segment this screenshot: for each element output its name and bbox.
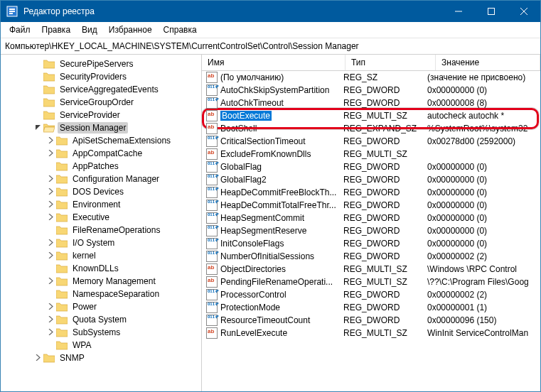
menu-view[interactable]: Вид xyxy=(76,23,103,36)
tree-item[interactable]: WPA xyxy=(4,339,201,352)
col-header-name[interactable]: Имя xyxy=(202,55,346,70)
tree-item[interactable]: Configuration Manager xyxy=(4,173,201,185)
chevron-right-icon[interactable] xyxy=(46,251,55,261)
chevron-down-icon[interactable] xyxy=(33,123,42,133)
chevron-right-icon[interactable] xyxy=(33,353,42,363)
menu-edit[interactable]: Правка xyxy=(36,23,77,36)
address-bar[interactable]: Компьютер\HKEY_LOCAL_MACHINE\SYSTEM\Curr… xyxy=(1,38,540,55)
menu-help[interactable]: Справка xyxy=(158,23,203,36)
list-row[interactable]: HeapDeCommitTotalFreeThr...REG_DWORD0x00… xyxy=(202,199,540,212)
close-button[interactable] xyxy=(508,1,540,22)
col-header-type[interactable]: Тип xyxy=(346,55,436,70)
tree-item[interactable]: ServiceAggregatedEvents xyxy=(4,83,201,96)
chevron-right-icon[interactable] xyxy=(46,148,55,158)
chevron-right-icon[interactable] xyxy=(46,315,55,325)
tree-item[interactable]: NamespaceSeparation xyxy=(4,288,201,300)
tree-item[interactable]: DOS Devices xyxy=(4,185,201,198)
value-type: REG_MULTI_SZ xyxy=(338,328,422,338)
tree-item[interactable]: SubSystems xyxy=(4,326,201,339)
value-name: RunLevelExecute xyxy=(220,328,287,338)
svg-rect-2 xyxy=(9,11,15,12)
tree-item[interactable]: kernel xyxy=(4,249,201,262)
tree-item-label: KnownDLLs xyxy=(70,263,121,274)
svg-rect-3 xyxy=(9,13,13,14)
chevron-right-icon[interactable] xyxy=(46,238,55,248)
list-row[interactable]: InitConsoleFlagsREG_DWORD0x00000000 (0) xyxy=(202,237,540,250)
tree-item[interactable]: Power xyxy=(4,300,201,313)
tree-item[interactable]: Memory Management xyxy=(4,275,201,288)
list-row[interactable]: AutoChkSkipSystemPartitionREG_DWORD0x000… xyxy=(202,84,540,97)
list-row[interactable]: PendingFileRenameOperati...REG_MULTI_SZ\… xyxy=(202,276,540,288)
list-row[interactable]: ResourceTimeoutCountREG_DWORD0x00000096 … xyxy=(202,314,540,327)
chevron-right-icon[interactable] xyxy=(46,200,55,209)
value-data: \Windows \RPC Control xyxy=(422,264,540,274)
maximize-button[interactable] xyxy=(475,1,508,22)
chevron-right-icon[interactable] xyxy=(46,212,55,222)
tree-item[interactable]: Session Manager xyxy=(4,121,201,134)
chevron-right-icon[interactable] xyxy=(46,327,55,337)
folder-icon xyxy=(43,59,55,69)
tree-item-label: ServiceProvider xyxy=(58,109,122,121)
value-data: 0x00000002 (2) xyxy=(422,290,540,300)
tree-item[interactable]: Executive xyxy=(4,211,201,224)
list-row[interactable]: GlobalFlagREG_DWORD0x00000000 (0) xyxy=(202,160,540,173)
list-row[interactable]: GlobalFlag2REG_DWORD0x00000000 (0) xyxy=(202,173,540,186)
tree-pane[interactable]: SecurePipeServersSecurityProvidersServic… xyxy=(1,55,202,391)
tree-item[interactable]: SecurePipeServers xyxy=(4,58,201,70)
tree-item-label: AppPatches xyxy=(70,160,121,172)
titlebar[interactable]: Редактор реестра xyxy=(1,1,540,22)
list-row[interactable]: (По умолчанию)REG_SZ(значение не присвое… xyxy=(202,71,540,84)
list-row[interactable]: ProcessorControlREG_DWORD0x00000002 (2) xyxy=(202,288,540,301)
list-row[interactable]: ExcludeFromKnownDllsREG_MULTI_SZ xyxy=(202,148,540,160)
menu-file[interactable]: Файл xyxy=(4,23,36,36)
tree-item[interactable]: FileRenameOperations xyxy=(4,224,201,236)
tree-item[interactable]: AppCompatCache xyxy=(4,147,201,160)
tree-item[interactable]: ServiceProvider xyxy=(4,109,201,121)
tree-item[interactable]: Environment xyxy=(4,198,201,211)
value-type: REG_MULTI_SZ xyxy=(338,264,422,274)
chevron-right-icon[interactable] xyxy=(46,276,55,286)
tree-item[interactable]: SNMP xyxy=(4,352,201,364)
chevron-right-icon[interactable] xyxy=(46,187,55,197)
list-header[interactable]: Имя Тип Значение xyxy=(202,55,540,71)
tree-item-label: DOS Devices xyxy=(70,186,126,197)
tree-item[interactable]: ServiceGroupOrder xyxy=(4,96,201,109)
list-row[interactable]: BootShellREG_EXPAND_SZ%SystemRoot%\syste… xyxy=(202,122,540,135)
tree-item[interactable]: SecurityProviders xyxy=(4,70,201,83)
value-data: 0x00000096 (150) xyxy=(422,315,540,325)
list-row[interactable]: NumberOfInitialSessionsREG_DWORD0x000000… xyxy=(202,250,540,263)
list-row[interactable]: AutoChkTimeoutREG_DWORD0x00000008 (8) xyxy=(202,97,540,109)
reg-binary-icon xyxy=(206,212,218,224)
list-row[interactable]: ProtectionModeREG_DWORD0x00000001 (1) xyxy=(202,301,540,314)
col-header-value[interactable]: Значение xyxy=(436,55,540,70)
value-type: REG_DWORD xyxy=(338,303,422,312)
value-name: InitConsoleFlags xyxy=(220,239,284,249)
chevron-right-icon[interactable] xyxy=(46,174,55,184)
value-name: NumberOfInitialSessions xyxy=(220,251,314,261)
chevron-right-icon[interactable] xyxy=(46,302,55,312)
list-row[interactable]: HeapDeCommitFreeBlockTh...REG_DWORD0x000… xyxy=(202,186,540,199)
list-row[interactable]: BootExecuteREG_MULTI_SZautocheck autochk… xyxy=(202,109,540,122)
list-row[interactable]: ObjectDirectoriesREG_MULTI_SZ\Windows \R… xyxy=(202,263,540,276)
folder-icon xyxy=(56,289,68,299)
tree-item-label: Configuration Manager xyxy=(70,173,161,185)
chevron-right-icon[interactable] xyxy=(46,136,55,146)
tree-item[interactable]: KnownDLLs xyxy=(4,262,201,275)
value-name: PendingFileRenameOperati... xyxy=(220,277,333,287)
menu-favorites[interactable]: Избранное xyxy=(103,23,158,36)
tree-item[interactable]: ApiSetSchemaExtensions xyxy=(4,134,201,147)
list-row[interactable]: HeapSegmentReserveREG_DWORD0x00000000 (0… xyxy=(202,224,540,237)
list-row[interactable]: HeapSegmentCommitREG_DWORD0x00000000 (0) xyxy=(202,212,540,224)
value-name: AutoChkTimeout xyxy=(220,98,284,108)
tree-item[interactable]: Quota System xyxy=(4,313,201,326)
tree-item[interactable]: I/O System xyxy=(4,236,201,249)
value-name: HeapDeCommitTotalFreeThr... xyxy=(220,200,336,210)
minimize-button[interactable] xyxy=(442,1,475,22)
tree-item-label: Executive xyxy=(70,212,112,223)
folder-icon xyxy=(56,340,68,350)
value-data: 0x00000000 (0) xyxy=(422,175,540,185)
list-row[interactable]: RunLevelExecuteREG_MULTI_SZWinInit Servi… xyxy=(202,327,540,339)
list-rows[interactable]: (По умолчанию)REG_SZ(значение не присвое… xyxy=(202,71,540,391)
list-row[interactable]: CriticalSectionTimeoutREG_DWORD0x00278d0… xyxy=(202,135,540,148)
tree-item[interactable]: AppPatches xyxy=(4,160,201,173)
